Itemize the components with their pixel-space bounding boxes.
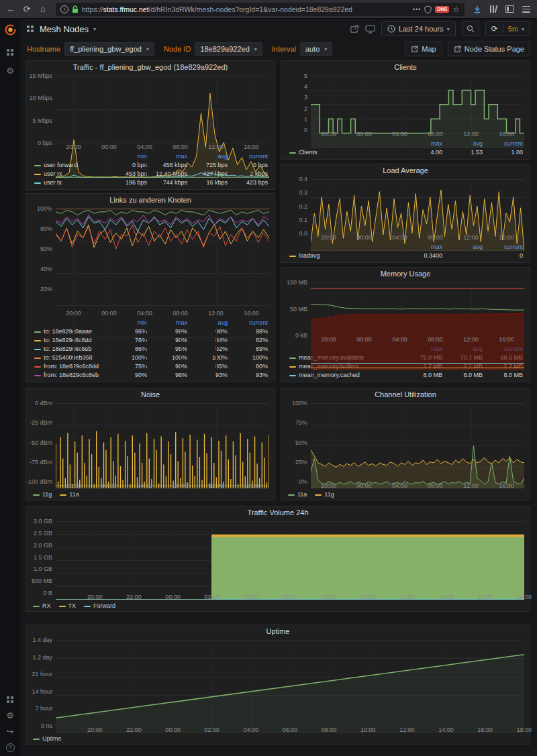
- legend-item[interactable]: Forward: [84, 602, 115, 609]
- legend-row[interactable]: loadavg0.34000: [288, 252, 524, 260]
- library-icon[interactable]: [489, 5, 497, 13]
- page-actions-icon[interactable]: •••: [413, 6, 421, 13]
- y-axis: 0.40.30.20.10.0: [281, 179, 311, 233]
- x-axis: 20:0000:0004:0008:0012:0016:00: [311, 233, 524, 242]
- chart-channel[interactable]: [311, 403, 524, 482]
- grafana-logo[interactable]: [4, 23, 17, 39]
- legend-item[interactable]: Uptime: [33, 735, 62, 742]
- reload-button[interactable]: ⟳: [19, 2, 34, 17]
- y-tick-label: 0.2: [299, 203, 307, 210]
- x-axis: 20:0000:0004:0008:0012:0016:00: [311, 130, 524, 139]
- legend-item[interactable]: 11g: [33, 491, 52, 498]
- zoom-out-button[interactable]: [462, 21, 479, 36]
- sidebar-toggle-icon[interactable]: [505, 5, 514, 13]
- panel-title-channel[interactable]: Channel Utilization: [281, 388, 530, 400]
- external-link-icon: [454, 46, 461, 53]
- x-tick-label: 16:00: [477, 594, 493, 600]
- x-tick-label: 02:00: [204, 594, 219, 600]
- panel-title-memory[interactable]: Memory Usage: [281, 268, 530, 280]
- panel-title-traffic[interactable]: Traffic - ff_pliening_gbw_egod (18e829a9…: [26, 61, 275, 73]
- x-tick-label: 00:00: [356, 482, 372, 489]
- y-tick-label: 60%: [40, 246, 52, 252]
- nodeid-select[interactable]: 18e829a922ed▾: [195, 42, 262, 56]
- x-tick-label: 02:00: [204, 726, 219, 733]
- panel-links: Links zu anderen Knoten 100%80%60%40%20%…: [26, 193, 275, 382]
- dashboard-title[interactable]: Mesh Nodes: [40, 24, 89, 34]
- variable-hostname: Hostname ff_pliening_gbw_egod▾: [27, 42, 154, 56]
- refresh-interval-label[interactable]: 5m: [508, 25, 518, 33]
- y-tick-label: 100 MB: [287, 279, 307, 286]
- y-tick-label: 1.5 GB: [34, 554, 52, 561]
- menu-icon[interactable]: [522, 6, 530, 13]
- settings-gear-icon[interactable]: ⚙: [6, 66, 14, 75]
- clock-icon: [387, 25, 395, 33]
- chart-load[interactable]: [311, 179, 524, 233]
- panel-title-links[interactable]: Links zu anderen Knoten: [26, 194, 275, 206]
- help-icon[interactable]: ?: [6, 743, 15, 752]
- browser-toolbar: ← ⟳ ⌂ i https://stats.ffmuc.net/d/hRIn3d…: [0, 0, 537, 19]
- panel-title-volume[interactable]: Traffic Volume 24h: [26, 506, 530, 519]
- panel-title-clients[interactable]: Clients: [281, 61, 530, 73]
- url-bar[interactable]: i https://stats.ffmuc.net/d/hRIn3dRWk/me…: [56, 3, 465, 16]
- y-tick-label: 2: [304, 105, 307, 112]
- panel-uptime: Uptime 1.4 day1.2 day21 hour14 hour7 hou…: [26, 625, 530, 745]
- panel-title-uptime[interactable]: Uptime: [26, 625, 530, 637]
- x-tick-label: 08:00: [428, 482, 443, 489]
- legend-item[interactable]: 11a: [288, 491, 307, 498]
- bookmark-star-icon[interactable]: ☆: [452, 5, 460, 14]
- server-admin-gear-icon[interactable]: ⚙: [6, 711, 14, 720]
- interval-select[interactable]: auto▾: [300, 42, 332, 56]
- x-tick-label: 00:00: [165, 726, 181, 733]
- panel-title-noise[interactable]: Noise: [26, 388, 275, 400]
- dashboard-grid-icon[interactable]: [27, 25, 35, 33]
- y-tick-label: 0 dBm: [35, 400, 52, 407]
- share-icon[interactable]: [350, 25, 359, 34]
- sign-in-icon[interactable]: ↪: [7, 727, 14, 736]
- home-button[interactable]: ⌂: [36, 2, 50, 17]
- chart-memory[interactable]: [311, 282, 524, 335]
- time-range-picker[interactable]: Last 24 hours ▾: [381, 21, 456, 36]
- back-button[interactable]: ←: [3, 2, 18, 17]
- chart-links[interactable]: [56, 209, 269, 309]
- y-tick-label: 0%: [299, 478, 307, 485]
- legend-row[interactable]: from: 18e829c6c8eb90%96%93%93%: [33, 371, 269, 380]
- legend-item[interactable]: TX: [59, 602, 77, 609]
- x-tick-label: 16:00: [477, 726, 493, 733]
- legend-row[interactable]: user tx196 bps744 kbps16 kbps423 bps: [33, 178, 269, 187]
- x-axis: 20:0000:0004:0008:0012:0016:00: [311, 335, 524, 344]
- chart-noise[interactable]: [56, 403, 269, 482]
- x-tick-label: 08:00: [173, 310, 188, 317]
- chart-clients[interactable]: [311, 76, 524, 130]
- https-lock-icon[interactable]: [72, 5, 79, 13]
- page-info-icon[interactable]: i: [60, 5, 68, 13]
- legend-row[interactable]: mean_memory.cached8.0 MB8.0 MB8.0 MB: [288, 371, 524, 380]
- chart-uptime[interactable]: [56, 640, 524, 726]
- x-tick-label: 12:00: [208, 310, 224, 317]
- dns-extension-badge[interactable]: DNS: [435, 6, 449, 13]
- time-caret-icon: ▾: [447, 26, 450, 32]
- title-caret-icon: ▾: [93, 26, 96, 32]
- x-tick-label: 04:00: [243, 594, 258, 600]
- x-tick-label: 12:00: [463, 234, 479, 241]
- legend-item[interactable]: 11a: [60, 491, 79, 498]
- tv-mode-icon[interactable]: [365, 25, 375, 34]
- shield-icon[interactable]: [424, 5, 432, 13]
- legend-item[interactable]: 11g: [315, 491, 334, 498]
- x-tick-label: 00:00: [356, 234, 372, 241]
- chart-volume[interactable]: [56, 521, 524, 593]
- panel-title-load[interactable]: Load Average: [281, 164, 530, 176]
- hostname-select[interactable]: ff_pliening_gbw_egod▾: [64, 42, 154, 56]
- chart-traffic[interactable]: [56, 76, 269, 143]
- apps-grid-icon[interactable]: [7, 696, 14, 704]
- x-tick-label: 16:00: [499, 234, 514, 241]
- y-tick-label: 100%: [37, 205, 52, 212]
- dashboards-icon[interactable]: [7, 49, 14, 56]
- node-status-page-button[interactable]: Node Status Page: [448, 42, 530, 56]
- legend-item[interactable]: RX: [33, 602, 51, 609]
- x-tick-label: 00:00: [101, 144, 117, 150]
- download-icon[interactable]: [473, 5, 481, 13]
- map-link-button[interactable]: Map: [405, 42, 442, 56]
- refresh-picker[interactable]: ⟳ 5m ▾: [485, 21, 530, 36]
- legend-row[interactable]: Clients4.001.531.00: [288, 148, 524, 157]
- refresh-icon[interactable]: ⟳: [491, 24, 498, 34]
